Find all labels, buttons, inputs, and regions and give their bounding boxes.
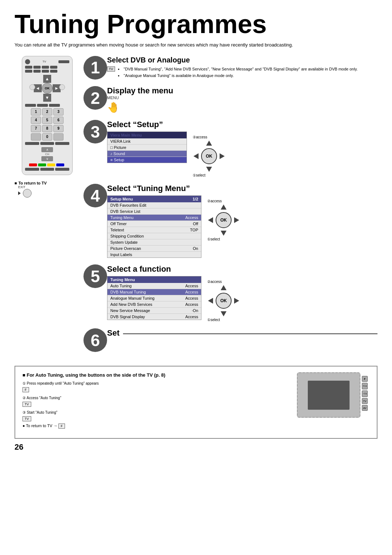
- ch-down[interactable]: ∨: [41, 156, 53, 161]
- remote-btn-row1d[interactable]: [50, 66, 57, 69]
- arrow-down-4: [221, 231, 226, 236]
- ok-arrows-3: OK: [193, 140, 225, 173]
- menu-5-item-2: DVB Manual Tuning Access: [107, 289, 201, 295]
- menu-4-item-2: DVB Service List: [107, 208, 201, 215]
- remote-last-btn1[interactable]: [25, 168, 39, 171]
- remote-control: TV ▲ ▼: [22, 56, 73, 175]
- remote-btn-row2d[interactable]: [50, 70, 57, 73]
- remote-btn-row2c[interactable]: [42, 70, 49, 73]
- bottom-step-1: ① Press repeatedly until "Auto Tuning" a…: [23, 381, 286, 392]
- num-8[interactable]: 8: [42, 125, 52, 132]
- tv-btn-vol-down: −/∨: [362, 390, 368, 397]
- side-btn-right[interactable]: [59, 84, 65, 90]
- remote-btn-row1b[interactable]: [33, 66, 41, 69]
- ok-diagram-5: ②access OK ①select: [207, 276, 240, 322]
- arrow-left-5: [208, 298, 213, 304]
- num-extra[interactable]: [53, 133, 64, 141]
- select-label-5: ①select: [207, 318, 220, 322]
- step-5-circle: 5: [83, 264, 107, 288]
- ch-label: CH: [45, 153, 49, 156]
- arrow-up-3: [206, 141, 212, 146]
- exit-btn-circle[interactable]: [23, 189, 32, 198]
- remote-column: TV ▲ ▼: [15, 56, 80, 359]
- num-9[interactable]: 9: [53, 125, 64, 132]
- menu-4-item-1: DVB Favourites Edit: [107, 202, 201, 208]
- numpad: 1 2 3 4 5 6 7 8 9 0: [31, 108, 64, 141]
- num-1[interactable]: 1: [31, 108, 41, 116]
- menu-item-picture: □ Picture: [107, 145, 187, 151]
- hand-icon-step2: 🤚: [107, 101, 377, 113]
- num-3[interactable]: 3: [53, 108, 64, 116]
- arrow-left-3: [193, 153, 199, 159]
- step-1-row: 1 Select DVB or Analogue TV "DVB Manual …: [83, 56, 377, 80]
- remote-btn-row1[interactable]: [25, 66, 32, 69]
- step-4-row: 4 Select “Tuning Menu” Setup Menu 1/2 DV…: [83, 184, 377, 258]
- remote-last-btn2[interactable]: [40, 168, 54, 171]
- remote-bottom-btn1[interactable]: [25, 142, 39, 145]
- remote-extra-btn2[interactable]: [37, 104, 48, 107]
- bottom-btn-tv2: TV: [23, 416, 31, 421]
- num-5[interactable]: 5: [42, 117, 52, 124]
- step-3-row: 3 Select “Setup” Viera Main Menu VIERA L…: [83, 120, 377, 177]
- remote-bottom-btn3[interactable]: [55, 142, 69, 145]
- step-4-circle: 4: [83, 184, 107, 207]
- remote-btn-row2a[interactable]: [25, 70, 32, 73]
- remote-power-btn[interactable]: [25, 59, 30, 64]
- remote-extra-btn1[interactable]: [25, 104, 36, 107]
- remote-extra-btn3[interactable]: [49, 104, 60, 107]
- step-6-row: 6 Set: [83, 328, 377, 352]
- step-1-content: Select DVB or Analogue TV "DVB Manual Tu…: [107, 56, 377, 80]
- dpad-down[interactable]: ▼: [43, 94, 51, 102]
- num-0[interactable]: 0: [42, 133, 52, 141]
- remote-bottom-btn2[interactable]: [40, 142, 54, 145]
- num-6[interactable]: 6: [53, 117, 64, 124]
- blue-btn[interactable]: [56, 163, 64, 166]
- ok-arrows-5: OK: [207, 284, 240, 317]
- remote-last-btn3[interactable]: [55, 168, 69, 171]
- menu-4-item-8: Picture Overscan On: [107, 246, 201, 252]
- return-to-tv: ● To return to TV → F: [23, 424, 286, 429]
- menu-4-item-5: Teletext TOP: [107, 227, 201, 233]
- num-dash[interactable]: [31, 133, 41, 141]
- num-2[interactable]: 2: [42, 108, 52, 116]
- step-4-title: Select “Tuning Menu”: [107, 184, 377, 193]
- menu-5-item-4: Add New DVB Services Access: [107, 301, 201, 308]
- menu-item-setup: ≡ Setup: [107, 157, 187, 163]
- tv-screen: [308, 381, 350, 410]
- menu-item-viera-link: VIERA Link: [107, 138, 187, 145]
- main-content: TV ▲ ▼: [15, 56, 377, 359]
- arrow-down-3: [206, 167, 212, 172]
- remote-input-btn[interactable]: [58, 60, 69, 63]
- remote-btn-row2b[interactable]: [33, 70, 41, 73]
- dpad-up[interactable]: ▲: [43, 75, 51, 83]
- num-4[interactable]: 4: [31, 117, 41, 124]
- step-4-content: Select “Tuning Menu” Setup Menu 1/2 DVB …: [107, 184, 377, 258]
- menu-5-item-3: Analogue Manual Tuning Access: [107, 295, 201, 301]
- bottom-box-left: ■ For Auto Tuning, using the buttons on …: [23, 372, 286, 432]
- yellow-btn[interactable]: [47, 163, 55, 166]
- green-btn[interactable]: [38, 163, 46, 166]
- ok-diagram-3: ②access OK ①select: [193, 131, 225, 177]
- step-5-row: 5 Select a function Tuning Menu Auto Tun…: [83, 264, 377, 322]
- step-1-bullet1: "DVB Manual Tuning", "Add New DVB Servic…: [118, 66, 358, 72]
- menu-header-5: Tuning Menu: [107, 276, 201, 283]
- side-btn-left[interactable]: [29, 84, 35, 90]
- tv-btn-vol-up: +/∧: [362, 383, 368, 389]
- remote-btn-row1c[interactable]: [42, 66, 49, 69]
- bottom-box-title: ■ For Auto Tuning, using the buttons on …: [23, 372, 286, 378]
- step-5-content: Select a function Tuning Menu Auto Tunin…: [107, 264, 377, 322]
- select-label-4: ①select: [207, 237, 220, 241]
- steps-column: 1 Select DVB or Analogue TV "DVB Manual …: [80, 56, 377, 359]
- num-7[interactable]: 7: [31, 125, 41, 132]
- return-f-btn: F: [58, 424, 65, 429]
- step-3-circle: 3: [83, 120, 107, 143]
- menu-4-item-6: Shipping Condition: [107, 233, 201, 239]
- page-title: Tuning Programmes: [15, 11, 377, 37]
- tv-btn-av: AV: [362, 405, 368, 411]
- red-btn[interactable]: [29, 163, 37, 166]
- color-buttons: [29, 163, 65, 166]
- bottom-box-right: F +/∧ −/∨ TV AV: [297, 372, 369, 432]
- ch-up[interactable]: ∧: [41, 147, 53, 152]
- return-section: ■ To return to TV EXIT: [15, 181, 80, 198]
- ok-btn[interactable]: OK: [42, 83, 53, 94]
